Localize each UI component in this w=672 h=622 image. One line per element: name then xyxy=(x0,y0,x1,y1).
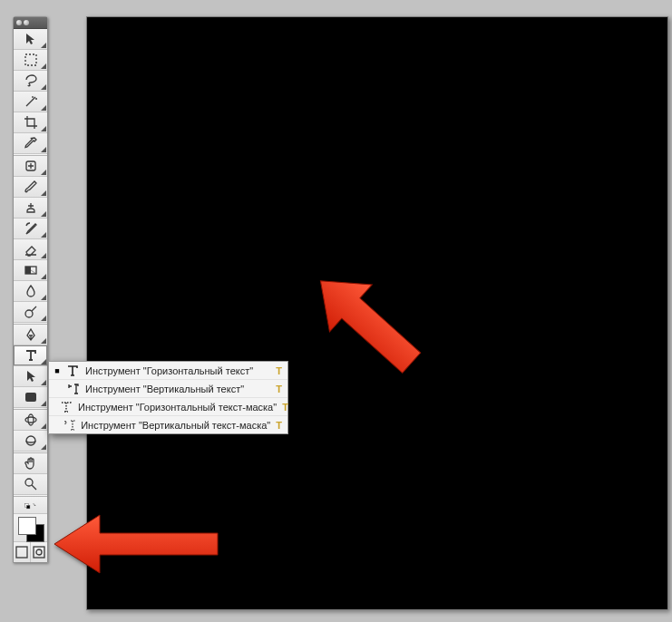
flyout-item-label: Инструмент "Вертикальный текст" xyxy=(85,384,268,394)
svg-point-9 xyxy=(25,479,33,486)
svg-rect-5 xyxy=(25,393,36,402)
svg-rect-3 xyxy=(25,267,31,274)
type-tool[interactable] xyxy=(14,345,47,366)
flyout-item-label: Инструмент "Горизонтальный текст-маска" xyxy=(78,402,277,413)
move-tool[interactable] xyxy=(14,29,47,50)
tool-palette xyxy=(13,16,48,563)
flyout-item-label: Инструмент "Вертикальный текст-маска" xyxy=(81,420,270,431)
mask-mode-row xyxy=(14,542,47,562)
flyout-item-horizontal-type-mask[interactable]: Инструмент "Горизонтальный текст-маска" … xyxy=(49,397,287,415)
svg-point-6 xyxy=(25,417,36,423)
color-swap-default[interactable] xyxy=(14,497,47,514)
standard-mode-button[interactable] xyxy=(14,542,31,562)
flyout-item-label: Инструмент "Горизонтальный текст" xyxy=(85,365,268,376)
annotation-arrow-2 xyxy=(50,508,222,580)
horizontal-type-icon xyxy=(65,364,80,377)
flyout-item-horizontal-type[interactable]: ■ Инструмент "Горизонтальный текст" T xyxy=(49,362,287,379)
shape-tool[interactable] xyxy=(14,387,47,408)
annotation-arrow-1 xyxy=(288,249,433,385)
eraser-tool[interactable] xyxy=(14,239,47,260)
path-selection-tool[interactable] xyxy=(14,366,47,387)
magic-wand-tool[interactable] xyxy=(14,92,47,112)
hand-tool[interactable] xyxy=(14,453,47,474)
flyout-shortcut: T xyxy=(282,402,288,413)
clone-stamp-tool[interactable] xyxy=(14,198,47,219)
svg-point-14 xyxy=(36,549,42,555)
eyedropper-tool[interactable] xyxy=(14,133,47,154)
blur-tool[interactable] xyxy=(14,281,47,302)
zoom-tool[interactable] xyxy=(14,474,47,495)
color-swatches[interactable] xyxy=(14,514,47,542)
svg-rect-13 xyxy=(34,547,44,558)
selected-indicator: ■ xyxy=(54,366,60,375)
app-stage: ■ Инструмент "Горизонтальный текст" T Ин… xyxy=(0,0,672,622)
flyout-shortcut: T xyxy=(276,420,282,431)
svg-rect-0 xyxy=(25,54,36,65)
flyout-item-vertical-type-mask[interactable]: Инструмент "Вертикальный текст-маска" T xyxy=(49,415,287,433)
3d-rotate-tool[interactable] xyxy=(14,410,47,431)
vertical-type-mask-icon xyxy=(63,419,75,432)
gradient-tool[interactable] xyxy=(14,260,47,281)
horizontal-type-mask-icon xyxy=(60,401,73,413)
svg-point-4 xyxy=(25,310,33,317)
svg-point-8 xyxy=(26,436,35,445)
foreground-color-swatch[interactable] xyxy=(18,517,36,535)
3d-orbit-tool[interactable] xyxy=(14,431,47,452)
svg-point-7 xyxy=(28,414,34,425)
healing-brush-tool[interactable] xyxy=(14,156,47,177)
svg-rect-11 xyxy=(26,505,29,508)
history-brush-tool[interactable] xyxy=(14,219,47,239)
flyout-shortcut: T xyxy=(273,384,282,394)
pen-tool[interactable] xyxy=(14,325,47,345)
vertical-type-icon xyxy=(65,383,80,395)
marquee-tool[interactable] xyxy=(14,50,47,71)
svg-rect-12 xyxy=(16,547,27,558)
flyout-shortcut: T xyxy=(273,365,282,376)
palette-titlebar[interactable] xyxy=(14,17,47,29)
quick-mask-button[interactable] xyxy=(31,542,47,562)
flyout-item-vertical-type[interactable]: Инструмент "Вертикальный текст" T xyxy=(49,379,287,397)
lasso-tool[interactable] xyxy=(14,71,47,92)
dodge-tool[interactable] xyxy=(14,302,47,323)
brush-tool[interactable] xyxy=(14,177,47,198)
type-tool-flyout: ■ Инструмент "Горизонтальный текст" T Ин… xyxy=(48,361,288,434)
crop-tool[interactable] xyxy=(14,112,47,133)
